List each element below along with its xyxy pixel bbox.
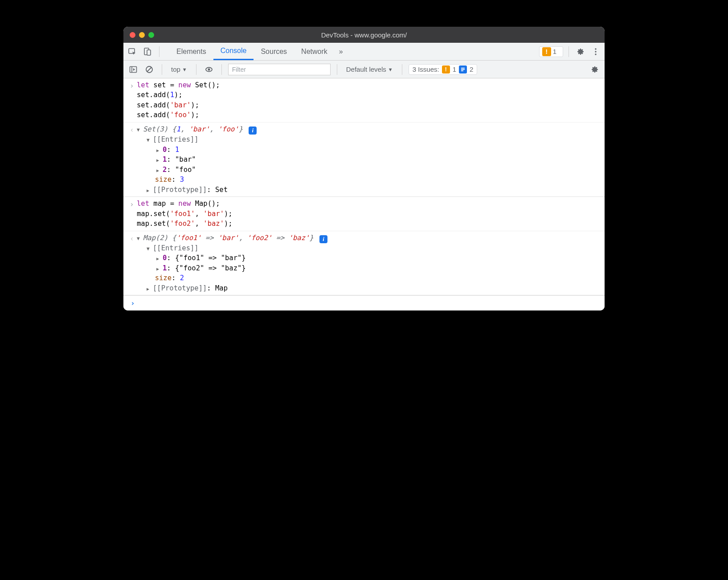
chevron-down-icon: ▼ <box>182 67 187 72</box>
expand-toggle-icon[interactable] <box>156 145 163 155</box>
main-tabbar: Elements Console Sources Network » ! 1 <box>123 43 605 61</box>
divider <box>402 64 402 75</box>
toggle-sidebar-icon[interactable] <box>127 63 139 76</box>
warning-icon: ! <box>542 47 551 56</box>
console-prompt[interactable]: › <box>123 295 605 310</box>
chevron-down-icon: ▼ <box>388 67 393 72</box>
divider <box>337 64 337 75</box>
svg-rect-2 <box>147 50 151 55</box>
svg-rect-12 <box>461 70 463 71</box>
issues-button[interactable]: 3 Issues: ! 1 2 <box>409 64 478 75</box>
prompt-icon: › <box>128 298 138 308</box>
svg-point-9 <box>208 68 210 70</box>
code-snippet[interactable]: let map = new Map(); map.set('foo1', 'ba… <box>137 199 600 229</box>
expand-toggle-icon[interactable] <box>147 283 153 293</box>
warning-icon: ! <box>442 65 450 74</box>
divider <box>221 64 222 75</box>
gear-icon[interactable] <box>574 45 587 58</box>
issues-label: 3 Issues: <box>413 65 439 73</box>
svg-point-4 <box>595 51 596 52</box>
console-output-entry: ‹ Map(2) {'foo1' => 'bar', 'foo2' => 'ba… <box>123 231 605 296</box>
device-toggle-icon[interactable] <box>141 45 154 58</box>
expand-toggle-icon[interactable] <box>147 243 153 253</box>
filter-input[interactable] <box>228 64 331 75</box>
tab-network[interactable]: Network <box>294 43 335 60</box>
live-expression-icon[interactable] <box>203 63 215 76</box>
issues-info-count: 2 <box>470 65 473 73</box>
panel-tabs: Elements Console Sources Network » <box>169 43 348 60</box>
expand-toggle-icon[interactable] <box>156 263 163 273</box>
object-preview[interactable]: Map(2) {'foo1' => 'bar', 'foo2' => 'baz'… <box>137 233 600 294</box>
svg-rect-10 <box>461 68 465 69</box>
tabs-overflow-icon[interactable]: » <box>335 43 348 60</box>
issues-warn-count: 1 <box>453 65 456 73</box>
minimize-icon[interactable] <box>139 32 145 38</box>
object-preview[interactable]: Set(3) {1, 'bar', 'foo'} i [[Entries]] 0… <box>137 124 600 195</box>
window-title: DevTools - www.google.com/ <box>123 31 605 39</box>
info-icon[interactable]: i <box>319 235 327 243</box>
svg-point-3 <box>595 48 596 49</box>
divider <box>568 46 569 57</box>
console-actionbar: top ▼ Default levels ▼ 3 Issues: ! 1 2 <box>123 61 605 78</box>
zoom-icon[interactable] <box>148 32 154 38</box>
info-icon <box>459 65 467 74</box>
divider <box>162 64 162 75</box>
divider <box>159 46 160 57</box>
console-input-entry: › let set = new Set(); set.add(1); set.a… <box>123 78 605 123</box>
warnings-count: 1 <box>553 48 556 55</box>
console-settings-gear-icon[interactable] <box>589 63 601 76</box>
window-titlebar: DevTools - www.google.com/ <box>123 27 605 43</box>
expand-toggle-icon[interactable] <box>156 155 163 164</box>
console-output: › let set = new Set(); set.add(1); set.a… <box>123 78 605 310</box>
expand-toggle-icon[interactable] <box>156 165 163 175</box>
inspect-element-icon[interactable] <box>126 45 139 58</box>
output-indicator-icon: ‹ <box>127 124 137 135</box>
code-snippet[interactable]: let set = new Set(); set.add(1); set.add… <box>137 80 600 120</box>
input-prompt-icon: › <box>127 199 137 209</box>
close-icon[interactable] <box>130 32 135 38</box>
devtools-window: DevTools - www.google.com/ Elements Cons… <box>123 27 605 310</box>
warnings-badge[interactable]: ! 1 <box>539 46 563 57</box>
tab-sources[interactable]: Sources <box>254 43 294 60</box>
svg-point-5 <box>595 53 596 55</box>
tab-elements[interactable]: Elements <box>169 43 213 60</box>
divider <box>196 64 196 75</box>
window-controls <box>130 32 154 38</box>
info-icon[interactable]: i <box>249 127 257 135</box>
input-prompt-icon: › <box>127 80 137 91</box>
expand-toggle-icon[interactable] <box>147 135 153 144</box>
expand-toggle-icon[interactable] <box>156 253 163 263</box>
log-levels-value: Default levels <box>346 65 386 73</box>
tab-console[interactable]: Console <box>213 43 254 60</box>
svg-rect-11 <box>461 69 465 70</box>
expand-toggle-icon[interactable] <box>137 233 143 243</box>
expand-toggle-icon[interactable] <box>147 185 153 195</box>
context-selector[interactable]: top ▼ <box>168 65 190 74</box>
log-levels-selector[interactable]: Default levels ▼ <box>344 65 396 74</box>
expand-toggle-icon[interactable] <box>137 124 143 134</box>
context-value: top <box>171 65 180 73</box>
console-output-entry: ‹ Set(3) {1, 'bar', 'foo'} i [[Entries]]… <box>123 123 605 197</box>
console-input-entry: › let map = new Map(); map.set('foo1', '… <box>123 197 605 231</box>
clear-console-icon[interactable] <box>143 63 155 76</box>
more-icon[interactable] <box>589 45 602 58</box>
output-indicator-icon: ‹ <box>127 233 137 244</box>
